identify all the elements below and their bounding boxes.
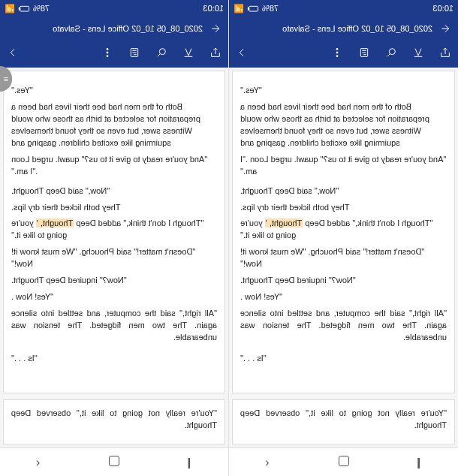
svg-point-12: [336, 52, 338, 53]
system-nav-bar: ||| ‹: [0, 447, 228, 476]
paragraph: "Yes! Now .: [11, 291, 217, 303]
status-bar: 10:03 78% 📶: [0, 0, 228, 17]
document-page-next[interactable]: "You're really not going to like it," ob…: [3, 399, 225, 444]
status-signal-icon: 📶: [5, 4, 15, 14]
back-arrow-icon: [439, 23, 451, 35]
status-signal-icon: 📶: [234, 4, 244, 14]
format-icon[interactable]: [182, 47, 195, 62]
paragraph: "Doesn't matter!" said Phouchg. "We must…: [240, 246, 447, 270]
paragraph: "All right," said the computer, and sett…: [11, 308, 217, 344]
svg-point-9: [389, 49, 395, 55]
paragraph: "Now," said Deep Thought.: [240, 185, 447, 197]
svg-rect-8: [248, 8, 249, 10]
document-title: 2020_08_05 10_02 Office Lens - Salvato: [5, 24, 207, 33]
read-icon[interactable]: [357, 47, 371, 62]
svg-rect-1: [19, 8, 20, 10]
paragraph: "Is . . .": [240, 353, 447, 365]
read-icon[interactable]: [128, 47, 141, 62]
content-area[interactable]: "Yes." Both of the men had bee their liv…: [229, 68, 458, 447]
status-battery: 78%: [262, 4, 279, 13]
nav-recents-button[interactable]: |||: [175, 456, 205, 469]
highlighted-text: Thought, ': [265, 218, 303, 227]
share-icon[interactable]: [438, 47, 452, 62]
paragraph: "Now?" inquired Deep Thought.: [11, 275, 217, 287]
paragraph: "Yes.": [11, 85, 217, 97]
content-area[interactable]: "Yes." Both of the men had bee their liv…: [0, 68, 228, 447]
svg-rect-7: [249, 6, 258, 11]
svg-point-11: [336, 48, 338, 50]
edit-toggle-icon[interactable]: [6, 47, 20, 62]
document-page-next[interactable]: "You're really not going to like it," ob…: [232, 399, 455, 444]
paragraph: "And you're ready to give it to us?" qua…: [11, 154, 217, 178]
screen-left: 10:03 78% 📶 2020_08_05 10_02 Office Lens…: [0, 0, 229, 476]
paragraph: "All right," said the computer, and sett…: [240, 308, 447, 344]
back-button[interactable]: [437, 23, 453, 35]
app-toolbar: [229, 41, 458, 68]
share-icon[interactable]: [209, 47, 222, 62]
svg-point-13: [336, 56, 338, 57]
format-icon[interactable]: [411, 47, 425, 62]
search-icon[interactable]: [384, 47, 398, 62]
paragraph: "Yes! Now .: [240, 291, 447, 303]
nav-back-button[interactable]: ‹: [23, 456, 53, 469]
paragraph: "Though I don't think," added Deep Thoug…: [11, 218, 217, 242]
screen-right: 10:03 78% 📶 2020_08_05 10_02 Office Lens…: [229, 0, 458, 476]
menu-icon[interactable]: [101, 47, 114, 62]
paragraph: "Now," said Deep Thought.: [11, 185, 217, 197]
paragraph: "You're really not going to like it," ob…: [240, 408, 447, 432]
paragraph: "Is . . .": [11, 353, 217, 365]
paragraph: Both of the men had bee their lives had …: [240, 101, 447, 149]
svg-point-4: [107, 48, 108, 50]
highlighted-text: Thought, ': [36, 218, 74, 227]
status-time: 10:03: [432, 4, 453, 13]
paragraph: "Though I don't think," added Deep Thoug…: [240, 218, 447, 242]
back-arrow-icon: [209, 23, 221, 35]
status-battery: 78%: [33, 4, 50, 13]
battery-icon: [18, 2, 30, 14]
status-bar: 10:03 78% 📶: [229, 0, 458, 17]
back-button[interactable]: [207, 23, 224, 35]
edit-toggle-icon[interactable]: [235, 47, 249, 62]
paragraph: "And you're ready to give it to us?" qua…: [240, 154, 447, 178]
nav-home-button[interactable]: [329, 456, 359, 469]
paragraph: Both of the men had bee their lives had …: [11, 101, 217, 149]
app-header: 2020_08_05 10_02 Office Lens - Salvato: [229, 17, 458, 41]
system-nav-bar: ||| ‹: [229, 447, 458, 476]
search-icon[interactable]: [155, 47, 168, 62]
svg-point-5: [107, 52, 108, 53]
app-header: 2020_08_05 10_02 Office Lens - Salvato: [0, 17, 228, 41]
svg-rect-0: [20, 6, 29, 11]
paragraph: "You're really not going to like it," ob…: [11, 408, 217, 432]
nav-recents-button[interactable]: |||: [405, 456, 435, 469]
battery-icon: [247, 2, 259, 14]
status-time: 10:03: [203, 4, 224, 13]
app-toolbar: [0, 41, 228, 68]
svg-point-2: [159, 49, 165, 55]
paragraph: "Now?" inquired Deep Thought.: [240, 275, 447, 287]
nav-home-button[interactable]: [99, 456, 129, 469]
split-screens: 10:03 78% 📶 2020_08_05 10_02 Office Lens…: [0, 0, 458, 476]
nav-back-button[interactable]: ‹: [252, 456, 282, 469]
document-title: 2020_08_05 10_02 Office Lens - Salvato: [234, 24, 437, 33]
document-page-main[interactable]: "Yes." Both of the men had bee their liv…: [3, 71, 225, 393]
menu-icon[interactable]: [330, 47, 344, 62]
svg-point-6: [107, 56, 108, 57]
paragraph: They both licked their dry lips.: [240, 202, 447, 214]
paragraph: "Yes.": [240, 85, 447, 97]
document-page-main[interactable]: "Yes." Both of the men had bee their liv…: [232, 71, 455, 393]
paragraph: "Doesn't matter!" said Phouchg. "We must…: [11, 246, 217, 270]
paragraph: They both licked their dry lips.: [11, 202, 217, 214]
